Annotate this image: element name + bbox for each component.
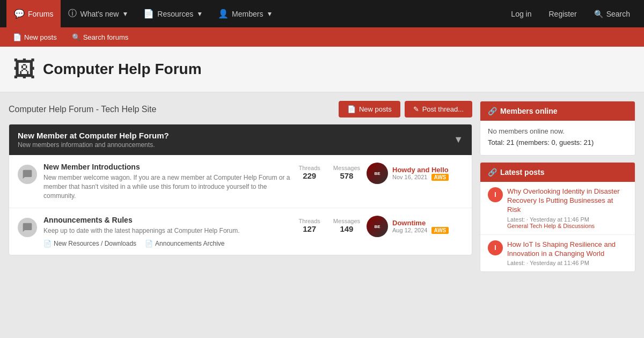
main-content: Computer Help Forum - Tech Help Site 📄 N… <box>0 92 644 338</box>
latest-thread-title: Howdy and Hello <box>392 166 449 174</box>
forum-name-introductions[interactable]: New Member Introductions <box>43 163 292 171</box>
forum-row-announcements: Announcements & Rules Keep up to date wi… <box>9 208 472 255</box>
lp-title-1[interactable]: Why Overlooking Identity in Disaster Rec… <box>507 187 627 215</box>
avatar-introductions: BE <box>367 163 388 184</box>
nav-members[interactable]: 👤 Members ▼ <box>210 0 280 27</box>
latest-posts-header: 🔗 Latest posts <box>480 163 635 182</box>
lp-title-2[interactable]: How IoT Is Shaping Resilience and Innova… <box>507 240 627 259</box>
subnav-search-forums[interactable]: 🔍 Search forums <box>65 27 135 47</box>
forum-row-icon-announcements <box>18 218 37 237</box>
post-thread-label: Post thread... <box>422 105 464 113</box>
center-panel: Computer Help Forum - Tech Help Site 📄 N… <box>9 101 472 334</box>
threads-stat-ann: Threads 127 <box>299 218 320 233</box>
latest-posts-icon: 🔗 <box>488 168 497 177</box>
nav-whats-new[interactable]: ⓘ What's new ▼ <box>61 0 136 27</box>
search-icon: 🔍 <box>594 10 603 18</box>
threads-count-ann: 127 <box>299 224 320 233</box>
aws-badge-introductions: AWS <box>431 174 449 181</box>
chevron-down-icon2: ▼ <box>196 10 203 18</box>
collapse-button[interactable]: ▼ <box>453 134 463 145</box>
nav-search[interactable]: 🔍 Search <box>587 0 638 27</box>
sub-item-archive-label: Announcements Archive <box>155 240 224 247</box>
latest-date-announcements: Aug 12, 2024 AWS <box>392 227 449 234</box>
threads-label: Threads <box>299 165 320 171</box>
forum-section-header: New Member at Computer Help Forum? New m… <box>9 124 472 155</box>
search-forums-icon: 🔍 <box>72 33 80 41</box>
lp-avatar-2: I <box>488 240 503 255</box>
new-posts-btn-icon: 📄 <box>347 105 356 113</box>
sub-item-icon: 📄 <box>43 240 52 247</box>
latest-posts-title: Latest posts <box>500 168 544 177</box>
top-navigation: 💬 Forums ⓘ What's new ▼ 📄 Resources ▼ 👤 … <box>0 0 644 27</box>
sub-item-archive[interactable]: 📄 Announcements Archive <box>145 240 224 247</box>
post-thread-button[interactable]: ✎ Post thread... <box>405 101 472 117</box>
chevron-down-icon3: ▼ <box>266 10 273 18</box>
sub-navigation: 📄 New posts 🔍 Search forums <box>0 27 644 47</box>
latest-title-announcements[interactable]: Downtime <box>392 219 449 227</box>
latest-date-value: Nov 16, 2021 <box>392 174 427 180</box>
latest-info-introductions: Howdy and Hello Nov 16, 2021 AWS <box>392 166 449 181</box>
forum-stats-introductions: Threads 229 Messages 578 <box>299 163 361 180</box>
messages-label-ann: Messages <box>333 218 360 224</box>
nav-forums-label: Forums <box>28 10 53 18</box>
forum-info-announcements: Announcements & Rules Keep up to date wi… <box>43 216 292 247</box>
members-online-box: 🔗 Members online No members online now. … <box>480 101 635 156</box>
latest-title-introductions[interactable]: Howdy and Hello <box>392 166 449 174</box>
nav-resources[interactable]: 📄 Resources ▼ <box>136 0 210 27</box>
site-header: 🖼 Computer Help Forum <box>0 47 644 92</box>
members-online-header: 🔗 Members online <box>480 101 635 121</box>
monitor-icon: 🖼 <box>13 56 35 82</box>
nav-login[interactable]: Log in <box>503 0 539 27</box>
members-online-body: No members online now. Total: 21 (member… <box>480 121 635 155</box>
forum-desc-announcements: Keep up to date with the latest happenin… <box>43 226 292 236</box>
forum-row-icon <box>18 165 37 184</box>
members-icon: 👤 <box>218 9 229 19</box>
nav-search-label: Search <box>606 10 630 18</box>
resources-icon: 📄 <box>143 9 154 19</box>
forum-row-introductions: New Member Introductions New member welc… <box>9 155 472 208</box>
lp-meta-2: Latest: · Yesterday at 11:46 PM <box>507 260 627 266</box>
latest-posts-box: 🔗 Latest posts I Why Overlooking Identit… <box>480 162 635 272</box>
lp-content-2: How IoT Is Shaping Resilience and Innova… <box>507 240 627 267</box>
lp-meta-text-1: Latest: · Yesterday at 11:46 PM <box>507 216 589 223</box>
new-posts-icon: 📄 <box>13 33 21 41</box>
lp-content-1: Why Overlooking Identity in Disaster Rec… <box>507 187 627 229</box>
messages-stat-ann: Messages 149 <box>333 218 360 233</box>
latest-post-item-1: I Why Overlooking Identity in Disaster R… <box>480 182 635 235</box>
sub-item-resources[interactable]: 📄 New Resources / Downloads <box>43 240 136 247</box>
latest-post-item-2: I How IoT Is Shaping Resilience and Inno… <box>480 235 635 272</box>
nav-register[interactable]: Register <box>541 0 584 27</box>
forum-stats-announcements: Threads 127 Messages 149 <box>299 216 361 233</box>
lp-avatar-1: I <box>488 187 503 202</box>
forum-info-introductions: New Member Introductions New member welc… <box>43 163 292 200</box>
threads-label-ann: Threads <box>299 218 320 224</box>
forum-section-title: New Member at Computer Help Forum? <box>18 131 169 140</box>
forums-icon: 💬 <box>14 9 25 19</box>
messages-count: 578 <box>333 171 360 180</box>
nav-forums[interactable]: 💬 Forums <box>6 0 61 27</box>
forum-header-buttons: 📄 New posts ✎ Post thread... <box>339 101 472 117</box>
forum-section-header-text: New Member at Computer Help Forum? New m… <box>18 131 169 149</box>
threads-stat: Threads 229 <box>299 165 320 180</box>
latest-info-announcements: Downtime Aug 12, 2024 AWS <box>392 219 449 234</box>
latest-date-introductions: Nov 16, 2021 AWS <box>392 174 449 181</box>
subnav-search-forums-label: Search forums <box>83 33 129 41</box>
nav-login-label: Log in <box>511 10 531 18</box>
members-online-none-text: No members online now. <box>488 127 627 135</box>
forum-latest-introductions: BE Howdy and Hello Nov 16, 2021 AWS <box>367 163 463 184</box>
members-online-icon: 🔗 <box>488 107 497 115</box>
avatar-announcements: BE <box>367 216 388 237</box>
forum-name-announcements[interactable]: Announcements & Rules <box>43 216 292 224</box>
sub-item-resources-label: New Resources / Downloads <box>54 240 136 247</box>
forum-section-subtitle: New members information and announcement… <box>18 141 169 149</box>
lp-meta-text-2: Latest: · Yesterday at 11:46 PM <box>507 260 589 266</box>
subnav-new-posts[interactable]: 📄 New posts <box>6 27 63 47</box>
forum-sub-items: 📄 New Resources / Downloads 📄 Announceme… <box>43 240 292 247</box>
messages-label: Messages <box>333 165 360 171</box>
breadcrumb: Computer Help Forum - Tech Help Site <box>9 105 156 114</box>
forum-latest-announcements: BE Downtime Aug 12, 2024 AWS <box>367 216 463 237</box>
new-posts-button[interactable]: 📄 New posts <box>339 101 400 117</box>
lp-meta-1: Latest: · Yesterday at 11:46 PM General … <box>507 216 627 229</box>
latest-thread-title-ann: Downtime <box>392 219 426 227</box>
threads-count: 229 <box>299 171 320 180</box>
